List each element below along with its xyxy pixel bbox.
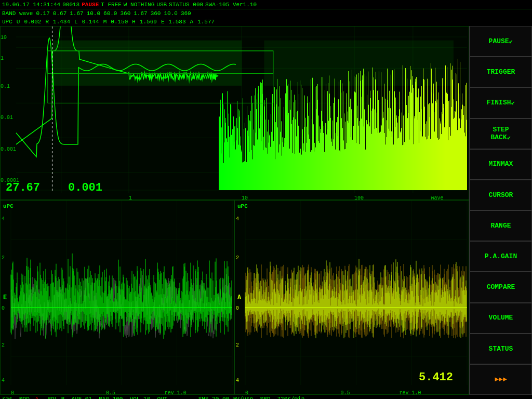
status-bar: 19.06.17 14:31:44 00013 PAUSE T FREE W N… (0, 0, 532, 9)
h-key: H (132, 19, 136, 25)
minmax-button[interactable]: MINMAX (470, 149, 532, 180)
e-val: 1.583 (169, 19, 186, 25)
upc-label: uPC (2, 19, 12, 25)
main-layout: 27.67 0.001 uPC E uPC A 5.412 PAUSE↙ TRI… (0, 26, 532, 395)
band-v6: 360 (120, 10, 130, 17)
m-val: 0.150 (111, 19, 128, 25)
main-spectrum-chart: 27.67 0.001 (0, 26, 469, 200)
arrows-button[interactable]: ►►► (470, 364, 532, 395)
bottom-charts: uPC E uPC A 5.412 (0, 200, 469, 395)
r-key: R (45, 19, 49, 25)
usb-status: USB (156, 2, 167, 8)
record-id: 00013 (62, 2, 79, 8)
a-val: 1.577 (197, 19, 215, 25)
pagain-button[interactable]: P.A.GAIN (470, 241, 532, 272)
spectrum-panel: 27.67 0.001 uPC E uPC A 5.412 (0, 26, 469, 395)
r-val: 1.434 (53, 19, 70, 25)
bottom-text1: rms MOD (2, 396, 30, 399)
band-row: BAND wave 0.17 0.67 1.67 10.0 60.0 360 1… (0, 9, 532, 18)
stepback-button[interactable]: STEPBACK↙ (470, 118, 532, 149)
band-v3: 1.67 (70, 10, 83, 17)
trigger-button[interactable]: TRIGGER (470, 57, 532, 87)
band-v2: 0.67 (53, 10, 66, 17)
band-label: BAND wave (2, 10, 33, 17)
right-upc-label: uPC (237, 203, 248, 209)
status-button[interactable]: STATUS (470, 334, 532, 364)
model: SWA-105 Ver1.10 (205, 2, 257, 8)
band-v8: 360 (151, 10, 161, 17)
e-key: E (161, 19, 165, 25)
band-v7: 1.67 (134, 10, 147, 17)
l-val: 0.144 (82, 19, 99, 25)
frequency-value: 27.67 (6, 181, 40, 194)
e-axis-label: E (3, 294, 7, 301)
pause-status: PAUSE (82, 2, 99, 8)
volume-button[interactable]: VOLUME (470, 303, 532, 334)
compare-button[interactable]: COMPARE (470, 272, 532, 302)
rpm-value: 5.412 (419, 371, 453, 384)
bottom-mod: -A- (32, 396, 42, 399)
m-key: M (103, 19, 107, 25)
upc-row: uPC U 0.002 R 1.434 L 0.144 M 0.150 H 1.… (0, 18, 532, 26)
l-key: L (74, 19, 78, 25)
bottom-pol: POL B AVE 01 PAG 100 VOL 10 OUT SNS 20.0… (44, 396, 305, 399)
status-code: STATUS 000 (169, 2, 203, 8)
pause-button[interactable]: PAUSE↙ (470, 26, 532, 57)
bottom-bar1: rms MOD -A- POL B AVE 01 PAG 100 VOL 10 … (0, 395, 532, 399)
u-key: U (17, 19, 20, 25)
h-val: 1.569 (140, 19, 157, 25)
amplitude-value: 0.001 (68, 181, 102, 194)
band-v1: 0.17 (36, 10, 49, 17)
left-upc-label: uPC (3, 203, 14, 209)
right-waveform-chart: uPC A 5.412 (234, 200, 469, 395)
cursor-button[interactable]: CURSOR (470, 180, 532, 210)
u-val: 0.002 (24, 19, 41, 25)
w-status: W NOTHING (124, 2, 154, 8)
left-waveform-chart: uPC E (0, 200, 234, 395)
range-button[interactable]: RANGE (470, 210, 532, 241)
a-key: A (190, 19, 194, 25)
band-v9: 10.0 (164, 10, 177, 17)
band-v4: 10.0 (87, 10, 100, 17)
finish-button[interactable]: FINISH↙ (470, 87, 532, 118)
a-axis-label: A (237, 294, 241, 301)
band-v5: 60.0 (103, 10, 117, 17)
t-status: T FREE (101, 2, 122, 8)
sidebar: PAUSE↙ TRIGGER FINISH↙ STEPBACK↙ MINMAX … (469, 26, 532, 395)
band-v10: 360 (181, 10, 191, 17)
datetime: 19.06.17 14:31:44 (2, 2, 60, 8)
